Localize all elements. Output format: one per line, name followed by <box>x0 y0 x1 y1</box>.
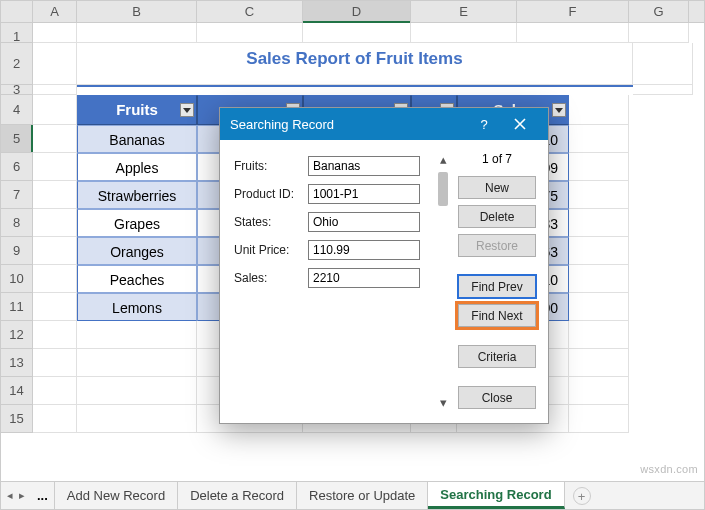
help-icon[interactable]: ? <box>466 108 502 140</box>
states-label: States: <box>234 215 300 229</box>
col-G[interactable]: G <box>629 1 689 22</box>
close-button[interactable]: Close <box>458 386 536 409</box>
dialog-title: Searching Record <box>230 117 334 132</box>
record-counter: 1 of 7 <box>482 152 512 170</box>
tab-add-new-record[interactable]: Add New Record <box>55 482 178 509</box>
row-14[interactable]: 14 <box>1 377 33 405</box>
restore-button[interactable]: Restore <box>458 234 536 257</box>
column-headers: A B C D E F G <box>1 1 704 23</box>
states-field[interactable] <box>308 212 420 232</box>
title-underline <box>77 85 633 87</box>
chevron-down-icon[interactable]: ▾ <box>436 395 450 409</box>
form-fields: Fruits: Product ID: States: Unit Price: … <box>234 152 428 409</box>
add-sheet-icon[interactable]: + <box>573 487 591 505</box>
unitprice-field[interactable] <box>308 240 420 260</box>
tab-delete-a-record[interactable]: Delete a Record <box>178 482 297 509</box>
col-F[interactable]: F <box>517 1 629 22</box>
row-15[interactable]: 15 <box>1 405 33 433</box>
dialog-titlebar[interactable]: Searching Record ? <box>220 108 548 140</box>
row-13[interactable]: 13 <box>1 349 33 377</box>
productid-label: Product ID: <box>234 187 300 201</box>
col-C[interactable]: C <box>197 1 303 22</box>
row-5[interactable]: 5 <box>1 125 33 153</box>
criteria-button[interactable]: Criteria <box>458 345 536 368</box>
unitprice-label: Unit Price: <box>234 243 300 257</box>
cell-fruit[interactable]: Apples <box>77 153 197 181</box>
row-12[interactable]: 12 <box>1 321 33 349</box>
sheet-tabs: ◂▸ ... Add New Record Delete a Record Re… <box>1 481 704 509</box>
row-10[interactable]: 10 <box>1 265 33 293</box>
row-2[interactable]: 2 <box>1 43 33 85</box>
row-9[interactable]: 9 <box>1 237 33 265</box>
close-icon[interactable] <box>502 108 538 140</box>
delete-button[interactable]: Delete <box>458 205 536 228</box>
col-B[interactable]: B <box>77 1 197 22</box>
row-6[interactable]: 6 <box>1 153 33 181</box>
find-next-button[interactable]: Find Next <box>458 304 536 327</box>
page-title: Sales Report of Fruit Items <box>77 43 633 85</box>
productid-field[interactable] <box>308 184 420 204</box>
cell-fruit[interactable]: Bananas <box>77 125 197 153</box>
searching-record-dialog: Searching Record ? Fruits: Product ID: S… <box>219 107 549 424</box>
watermark: wsxdn.com <box>640 463 698 475</box>
select-all-corner[interactable] <box>1 1 33 22</box>
cell-fruit[interactable]: Peaches <box>77 265 197 293</box>
record-scrollbar[interactable]: ▴ ▾ <box>436 152 450 409</box>
filter-icon[interactable] <box>552 103 566 117</box>
sales-field[interactable] <box>308 268 420 288</box>
tab-nav[interactable]: ◂▸ <box>1 482 31 509</box>
find-prev-button[interactable]: Find Prev <box>458 275 536 298</box>
row-11[interactable]: 11 <box>1 293 33 321</box>
col-A[interactable]: A <box>33 1 77 22</box>
row-1[interactable]: 1 <box>1 23 33 43</box>
tab-overflow[interactable]: ... <box>31 482 55 509</box>
sales-label: Sales: <box>234 271 300 285</box>
row-8[interactable]: 8 <box>1 209 33 237</box>
tab-restore-or-update[interactable]: Restore or Update <box>297 482 428 509</box>
row-4[interactable]: 4 <box>1 95 33 125</box>
header-fruits[interactable]: Fruits <box>77 95 197 125</box>
col-D[interactable]: D <box>303 1 411 22</box>
fruits-label: Fruits: <box>234 159 300 173</box>
chevron-up-icon[interactable]: ▴ <box>436 152 450 166</box>
cell-fruit[interactable]: Grapes <box>77 209 197 237</box>
row-3[interactable]: 3 <box>1 85 33 95</box>
row-7[interactable]: 7 <box>1 181 33 209</box>
fruits-field[interactable] <box>308 156 420 176</box>
filter-icon[interactable] <box>180 103 194 117</box>
tab-searching-record[interactable]: Searching Record <box>428 482 564 509</box>
cell-fruit[interactable]: Oranges <box>77 237 197 265</box>
new-button[interactable]: New <box>458 176 536 199</box>
scrollbar-thumb[interactable] <box>438 172 448 206</box>
cell-fruit[interactable]: Strawberries <box>77 181 197 209</box>
col-E[interactable]: E <box>411 1 517 22</box>
cell-fruit[interactable]: Lemons <box>77 293 197 321</box>
